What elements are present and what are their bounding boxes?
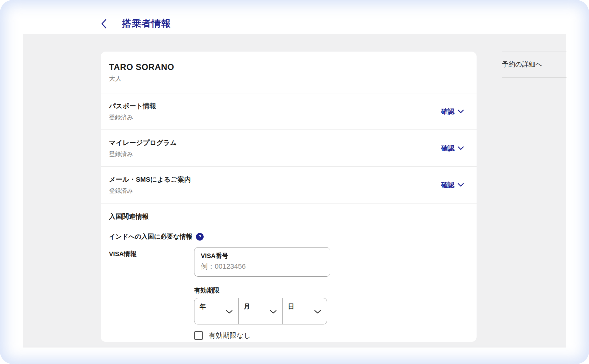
expiry-date-group: 年 月 xyxy=(194,298,327,324)
section-status: 登録済み xyxy=(109,113,156,122)
page-title: 搭乗者情報 xyxy=(122,17,171,30)
passenger-header: TARO SORANO 大人 xyxy=(101,52,477,93)
visa-form-row: VISA情報 VISA番号 例：00123456 有効期限 年 xyxy=(109,247,464,340)
passenger-card: TARO SORANO 大人 パスポート情報 登録済み 確認 xyxy=(101,52,477,342)
day-label: 日 xyxy=(288,302,294,311)
confirm-label: 確認 xyxy=(441,144,454,153)
confirm-label: 確認 xyxy=(441,180,454,189)
passenger-info-page: 搭乗者情報 TARO SORANO 大人 パスポート情報 登録済み 確認 xyxy=(23,13,566,348)
no-expiry-label: 有効期限なし xyxy=(209,331,251,340)
section-status: 登録済み xyxy=(109,150,177,158)
section-title: マイレージプログラム xyxy=(109,138,177,147)
section-title: パスポート情報 xyxy=(109,102,156,110)
back-button[interactable] xyxy=(100,18,108,29)
visa-info-label: VISA情報 xyxy=(109,247,194,340)
expiry-month-select[interactable]: 月 xyxy=(238,298,283,324)
visa-number-placeholder: 例：00123456 xyxy=(201,262,324,271)
chevron-down-icon xyxy=(458,110,464,113)
no-expiry-checkbox[interactable] xyxy=(194,331,203,340)
entry-requirement-row: インドへの入国に必要な情報 ? xyxy=(109,232,464,241)
expiry-label: 有効期限 xyxy=(194,286,330,295)
chevron-down-icon xyxy=(458,146,464,150)
section-status: 登録済み xyxy=(109,187,191,195)
chevron-left-icon xyxy=(101,19,107,29)
section-row-mileage: マイレージプログラム 登録済み 確認 xyxy=(101,130,477,166)
passenger-name: TARO SORANO xyxy=(109,62,464,72)
passenger-type: 大人 xyxy=(109,74,464,83)
chevron-down-icon xyxy=(226,310,233,314)
help-icon[interactable]: ? xyxy=(196,233,204,241)
section-info: メール・SMSによるご案内 登録済み xyxy=(109,175,191,195)
visa-form-fields: VISA番号 例：00123456 有効期限 年 xyxy=(194,247,330,340)
top-bar: 搭乗者情報 xyxy=(23,13,566,34)
visa-number-input[interactable]: VISA番号 例：00123456 xyxy=(194,247,330,277)
confirm-label: 確認 xyxy=(441,107,454,116)
chevron-down-icon xyxy=(270,310,277,314)
page-body: TARO SORANO 大人 パスポート情報 登録済み 確認 xyxy=(23,34,566,348)
section-row-notifications: メール・SMSによるご案内 登録済み 確認 xyxy=(101,167,477,203)
chevron-down-icon xyxy=(458,183,464,187)
month-label: 月 xyxy=(244,302,250,311)
booking-details-link[interactable]: 予約の詳細へ xyxy=(502,52,567,78)
year-label: 年 xyxy=(200,302,206,311)
no-expiry-row: 有効期限なし xyxy=(194,331,330,340)
confirm-notifications-button[interactable]: 確認 xyxy=(441,180,464,189)
chevron-down-icon xyxy=(314,310,321,314)
expiry-year-select[interactable]: 年 xyxy=(194,298,238,324)
entry-requirement-title: インドへの入国に必要な情報 xyxy=(109,232,192,241)
confirm-mileage-button[interactable]: 確認 xyxy=(441,144,464,153)
booking-details-label: 予約の詳細へ xyxy=(502,60,542,68)
expiry-day-select[interactable]: 日 xyxy=(282,298,327,324)
entry-info-section: 入国関連情報 インドへの入国に必要な情報 ? VISA情報 VISA番号 例：0… xyxy=(101,204,477,340)
section-row-passport: パスポート情報 登録済み 確認 xyxy=(101,93,477,129)
entry-section-title: 入国関連情報 xyxy=(109,212,464,221)
section-info: マイレージプログラム 登録済み xyxy=(109,138,177,158)
visa-number-label: VISA番号 xyxy=(201,252,324,260)
section-title: メール・SMSによるご案内 xyxy=(109,175,191,184)
confirm-passport-button[interactable]: 確認 xyxy=(441,107,464,116)
section-info: パスポート情報 登録済み xyxy=(109,102,156,122)
